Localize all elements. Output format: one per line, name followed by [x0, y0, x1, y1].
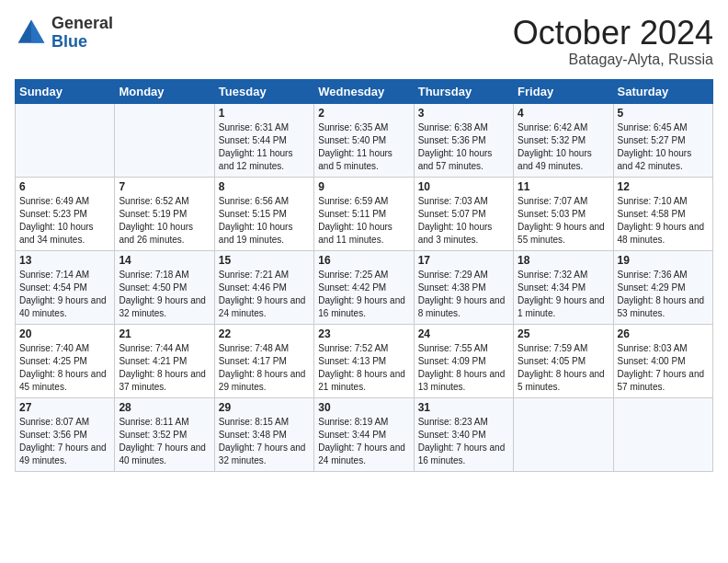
day-info: Sunrise: 7:44 AM Sunset: 4:21 PM Dayligh…: [119, 342, 210, 394]
calendar-cell: 11 Sunrise: 7:07 AM Sunset: 5:03 PM Dayl…: [514, 177, 613, 250]
day-number: 23: [318, 327, 409, 340]
day-info: Sunrise: 6:38 AM Sunset: 5:36 PM Dayligh…: [418, 121, 509, 173]
calendar-cell: 15 Sunrise: 7:21 AM Sunset: 4:46 PM Dayl…: [214, 250, 313, 324]
calendar-cell: 27 Sunrise: 8:07 AM Sunset: 3:56 PM Dayl…: [16, 397, 115, 471]
day-number: 4: [518, 107, 609, 120]
day-number: 14: [119, 254, 210, 267]
calendar-cell: 21 Sunrise: 7:44 AM Sunset: 4:21 PM Dayl…: [115, 324, 214, 397]
day-number: 20: [19, 327, 110, 340]
day-info: Sunrise: 7:07 AM Sunset: 5:03 PM Dayligh…: [518, 195, 609, 247]
day-number: 30: [318, 401, 409, 414]
logo: General Blue: [15, 15, 113, 52]
logo-text: General Blue: [51, 15, 113, 52]
day-number: 31: [418, 401, 509, 414]
calendar-cell: 30 Sunrise: 8:19 AM Sunset: 3:44 PM Dayl…: [314, 397, 414, 471]
day-number: 1: [219, 107, 310, 120]
weekday-header: Tuesday: [214, 79, 313, 103]
day-info: Sunrise: 8:07 AM Sunset: 3:56 PM Dayligh…: [19, 416, 110, 467]
logo-blue: Blue: [51, 33, 113, 52]
day-number: 25: [518, 327, 609, 340]
day-info: Sunrise: 7:32 AM Sunset: 4:34 PM Dayligh…: [518, 269, 609, 320]
weekday-header: Monday: [115, 79, 214, 103]
title-block: October 2024 Batagay-Alyta, Russia: [513, 15, 713, 68]
day-info: Sunrise: 7:36 AM Sunset: 4:29 PM Dayligh…: [618, 269, 709, 320]
calendar-cell: 29 Sunrise: 8:15 AM Sunset: 3:48 PM Dayl…: [214, 397, 313, 471]
calendar-cell: [16, 103, 115, 177]
day-info: Sunrise: 6:56 AM Sunset: 5:15 PM Dayligh…: [219, 195, 310, 247]
day-info: Sunrise: 8:19 AM Sunset: 3:44 PM Dayligh…: [318, 416, 409, 467]
day-number: 3: [418, 107, 509, 120]
calendar-cell: 31 Sunrise: 8:23 AM Sunset: 3:40 PM Dayl…: [414, 397, 513, 471]
calendar-week-row: 20 Sunrise: 7:40 AM Sunset: 4:25 PM Dayl…: [16, 324, 713, 397]
page-header: General Blue October 2024 Batagay-Alyta,…: [15, 15, 713, 68]
calendar-cell: 26 Sunrise: 8:03 AM Sunset: 4:00 PM Dayl…: [613, 324, 712, 397]
calendar-cell: 5 Sunrise: 6:45 AM Sunset: 5:27 PM Dayli…: [613, 103, 712, 177]
day-info: Sunrise: 6:31 AM Sunset: 5:44 PM Dayligh…: [219, 121, 310, 173]
day-number: 27: [19, 401, 110, 414]
day-info: Sunrise: 6:45 AM Sunset: 5:27 PM Dayligh…: [618, 121, 709, 173]
day-number: 8: [219, 180, 310, 193]
calendar-cell: 13 Sunrise: 7:14 AM Sunset: 4:54 PM Dayl…: [16, 250, 115, 324]
day-info: Sunrise: 7:48 AM Sunset: 4:17 PM Dayligh…: [219, 342, 310, 394]
day-info: Sunrise: 7:40 AM Sunset: 4:25 PM Dayligh…: [19, 342, 110, 394]
day-info: Sunrise: 8:03 AM Sunset: 4:00 PM Dayligh…: [618, 342, 709, 394]
day-info: Sunrise: 7:29 AM Sunset: 4:38 PM Dayligh…: [418, 269, 509, 320]
day-number: 11: [518, 180, 609, 193]
day-number: 26: [618, 327, 709, 340]
svg-marker-1: [31, 19, 44, 42]
month-title: October 2024: [513, 15, 713, 52]
calendar-cell: 16 Sunrise: 7:25 AM Sunset: 4:42 PM Dayl…: [314, 250, 414, 324]
day-info: Sunrise: 7:03 AM Sunset: 5:07 PM Dayligh…: [418, 195, 509, 247]
calendar-week-row: 13 Sunrise: 7:14 AM Sunset: 4:54 PM Dayl…: [16, 250, 713, 324]
day-number: 28: [119, 401, 210, 414]
day-number: 15: [219, 254, 310, 267]
weekday-header: Wednesday: [314, 79, 414, 103]
day-number: 18: [518, 254, 609, 267]
calendar-cell: 28 Sunrise: 8:11 AM Sunset: 3:52 PM Dayl…: [115, 397, 214, 471]
day-number: 6: [19, 180, 110, 193]
calendar-table: SundayMondayTuesdayWednesdayThursdayFrid…: [15, 79, 713, 472]
calendar-cell: 7 Sunrise: 6:52 AM Sunset: 5:19 PM Dayli…: [115, 177, 214, 250]
calendar-cell: 4 Sunrise: 6:42 AM Sunset: 5:32 PM Dayli…: [514, 103, 613, 177]
day-info: Sunrise: 7:14 AM Sunset: 4:54 PM Dayligh…: [19, 269, 110, 320]
calendar-cell: 1 Sunrise: 6:31 AM Sunset: 5:44 PM Dayli…: [214, 103, 313, 177]
weekday-header: Thursday: [414, 79, 513, 103]
weekday-header: Friday: [514, 79, 613, 103]
calendar-cell: 19 Sunrise: 7:36 AM Sunset: 4:29 PM Dayl…: [613, 250, 712, 324]
day-number: 10: [418, 180, 509, 193]
calendar-week-row: 27 Sunrise: 8:07 AM Sunset: 3:56 PM Dayl…: [16, 397, 713, 471]
calendar-cell: 20 Sunrise: 7:40 AM Sunset: 4:25 PM Dayl…: [16, 324, 115, 397]
weekday-header: Sunday: [16, 79, 115, 103]
calendar-cell: 25 Sunrise: 7:59 AM Sunset: 4:05 PM Dayl…: [514, 324, 613, 397]
calendar-cell: 9 Sunrise: 6:59 AM Sunset: 5:11 PM Dayli…: [314, 177, 414, 250]
day-number: 19: [618, 254, 709, 267]
day-number: 2: [318, 107, 409, 120]
day-number: 7: [119, 180, 210, 193]
calendar-cell: 23 Sunrise: 7:52 AM Sunset: 4:13 PM Dayl…: [314, 324, 414, 397]
day-info: Sunrise: 6:49 AM Sunset: 5:23 PM Dayligh…: [19, 195, 110, 247]
day-number: 29: [219, 401, 310, 414]
calendar-cell: 24 Sunrise: 7:55 AM Sunset: 4:09 PM Dayl…: [414, 324, 513, 397]
calendar-cell: 14 Sunrise: 7:18 AM Sunset: 4:50 PM Dayl…: [115, 250, 214, 324]
day-info: Sunrise: 7:59 AM Sunset: 4:05 PM Dayligh…: [518, 342, 609, 394]
day-number: 21: [119, 327, 210, 340]
day-number: 9: [318, 180, 409, 193]
calendar-week-row: 6 Sunrise: 6:49 AM Sunset: 5:23 PM Dayli…: [16, 177, 713, 250]
calendar-cell: [613, 397, 712, 471]
logo-icon: [15, 17, 48, 50]
day-info: Sunrise: 6:35 AM Sunset: 5:40 PM Dayligh…: [318, 121, 409, 173]
calendar-cell: 8 Sunrise: 6:56 AM Sunset: 5:15 PM Dayli…: [214, 177, 313, 250]
day-number: 5: [618, 107, 709, 120]
calendar-cell: [514, 397, 613, 471]
weekday-header: Saturday: [613, 79, 712, 103]
day-info: Sunrise: 8:11 AM Sunset: 3:52 PM Dayligh…: [119, 416, 210, 467]
calendar-cell: 18 Sunrise: 7:32 AM Sunset: 4:34 PM Dayl…: [514, 250, 613, 324]
day-info: Sunrise: 8:15 AM Sunset: 3:48 PM Dayligh…: [219, 416, 310, 467]
location: Batagay-Alyta, Russia: [513, 52, 713, 68]
calendar-cell: [115, 103, 214, 177]
calendar-cell: 17 Sunrise: 7:29 AM Sunset: 4:38 PM Dayl…: [414, 250, 513, 324]
calendar-cell: 2 Sunrise: 6:35 AM Sunset: 5:40 PM Dayli…: [314, 103, 414, 177]
day-number: 13: [19, 254, 110, 267]
day-info: Sunrise: 8:23 AM Sunset: 3:40 PM Dayligh…: [418, 416, 509, 467]
day-info: Sunrise: 7:18 AM Sunset: 4:50 PM Dayligh…: [119, 269, 210, 320]
